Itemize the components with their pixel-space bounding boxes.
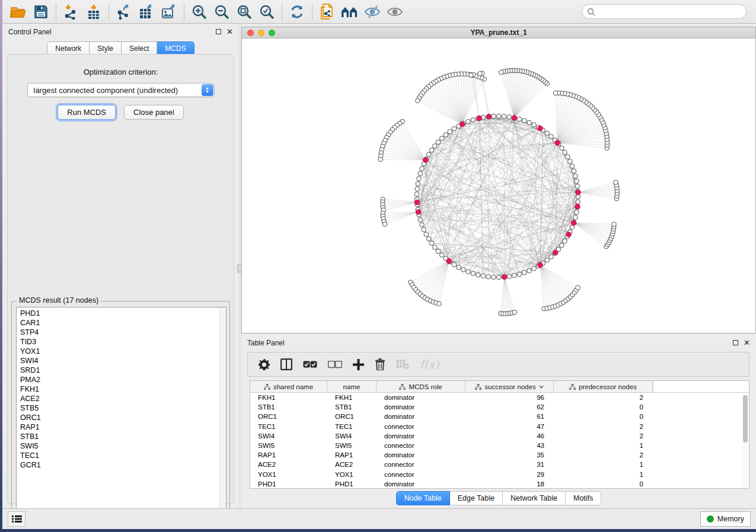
- float-panel-icon[interactable]: [216, 29, 221, 34]
- network-node[interactable]: [522, 270, 527, 275]
- network-graph-canvas[interactable]: [242, 39, 755, 333]
- column-header-successor-nodes[interactable]: successor nodes: [465, 381, 554, 392]
- network-node[interactable]: [573, 215, 578, 220]
- export-image-icon[interactable]: [158, 2, 180, 21]
- mcds-result-item[interactable]: YOX1: [20, 347, 226, 356]
- network-node[interactable]: [492, 275, 496, 280]
- network-node[interactable]: [560, 243, 564, 248]
- network-node[interactable]: [415, 187, 420, 191]
- float-panel-icon[interactable]: [733, 340, 738, 345]
- zoom-out-icon[interactable]: [210, 2, 233, 21]
- network-node[interactable]: [570, 164, 575, 169]
- network-node[interactable]: [502, 114, 506, 119]
- table-row[interactable]: ACE2ACE2connector311: [250, 460, 749, 469]
- add-column-icon[interactable]: [353, 359, 364, 370]
- mcds-result-item[interactable]: CAR1: [20, 318, 226, 328]
- import-network-icon[interactable]: [60, 2, 82, 21]
- network-node[interactable]: [545, 131, 550, 136]
- mcds-dominator-node[interactable]: [460, 122, 464, 127]
- network-node[interactable]: [444, 133, 448, 137]
- mcds-dominator-node[interactable]: [414, 200, 419, 204]
- table-scrollbar[interactable]: [742, 394, 748, 488]
- mcds-result-item[interactable]: TEC1: [20, 451, 226, 460]
- mcds-dominator-node[interactable]: [538, 262, 543, 267]
- first-neighbors-icon[interactable]: [339, 2, 361, 21]
- mcds-result-item[interactable]: PHD1: [20, 309, 226, 318]
- export-table-icon[interactable]: [135, 2, 158, 21]
- network-node[interactable]: [565, 155, 570, 159]
- network-node[interactable]: [492, 114, 496, 118]
- network-node[interactable]: [517, 117, 522, 121]
- column-header-MCDS-role[interactable]: MCDS role: [377, 381, 465, 392]
- network-node[interactable]: [382, 222, 387, 227]
- mcds-result-item[interactable]: PMA2: [20, 375, 226, 384]
- show-columns-icon[interactable]: [280, 358, 292, 370]
- table-row[interactable]: FKH1FKH1dominator962: [250, 393, 749, 402]
- refresh-icon[interactable]: [286, 2, 308, 21]
- deselect-all-icon[interactable]: [328, 361, 342, 368]
- column-header-shared-name[interactable]: shared name: [250, 381, 327, 392]
- table-row[interactable]: PHD1PHD1dominator180: [250, 479, 749, 489]
- mcds-result-item[interactable]: STB1: [20, 432, 226, 441]
- network-node[interactable]: [575, 179, 579, 184]
- network-node[interactable]: [416, 181, 420, 186]
- mcds-dominator-node[interactable]: [538, 126, 543, 130]
- close-panel-icon[interactable]: ✕: [227, 29, 233, 34]
- network-node[interactable]: [576, 286, 580, 290]
- network-node[interactable]: [481, 274, 486, 278]
- mcds-result-item[interactable]: SWI5: [20, 441, 226, 451]
- network-node[interactable]: [417, 177, 422, 181]
- mcds-result-item[interactable]: SWI4: [20, 356, 226, 366]
- network-node[interactable]: [527, 120, 532, 125]
- network-node[interactable]: [429, 148, 434, 153]
- network-node[interactable]: [457, 265, 461, 270]
- network-node[interactable]: [512, 273, 517, 278]
- tab-motifs[interactable]: Motifs: [566, 491, 601, 505]
- mcds-dominator-node[interactable]: [555, 140, 560, 145]
- network-node[interactable]: [573, 174, 578, 178]
- mcds-dominator-node[interactable]: [576, 190, 580, 195]
- new-network-from-selection-icon[interactable]: [316, 2, 339, 21]
- column-header-name[interactable]: name: [327, 381, 377, 392]
- network-node[interactable]: [426, 152, 431, 157]
- tab-network-table[interactable]: Network Table: [503, 491, 566, 505]
- mcds-dominator-node[interactable]: [416, 210, 420, 214]
- close-panel-button[interactable]: Close panel: [124, 105, 184, 120]
- network-node[interactable]: [496, 114, 501, 118]
- network-node[interactable]: [436, 249, 441, 254]
- result-list-scrollbar[interactable]: [219, 307, 226, 515]
- network-node[interactable]: [545, 258, 550, 262]
- mcds-dominator-node[interactable]: [477, 116, 481, 120]
- network-node[interactable]: [439, 136, 444, 141]
- network-node[interactable]: [466, 270, 471, 274]
- network-view-titlebar[interactable]: YPA_prune.txt_1: [242, 27, 755, 39]
- network-node[interactable]: [576, 200, 580, 204]
- mcds-result-item[interactable]: GCR1: [20, 460, 226, 470]
- select-all-icon[interactable]: [303, 361, 317, 368]
- network-node[interactable]: [563, 239, 567, 243]
- table-row[interactable]: SWI5SWI5connector431: [250, 441, 749, 450]
- network-node[interactable]: [499, 70, 503, 75]
- network-node[interactable]: [496, 275, 501, 280]
- network-node[interactable]: [612, 222, 617, 227]
- network-node[interactable]: [471, 118, 476, 123]
- export-network-icon[interactable]: [113, 2, 135, 21]
- zoom-in-icon[interactable]: [188, 2, 210, 21]
- table-row[interactable]: YOX1YOX1connector291: [250, 470, 749, 479]
- mcds-dominator-node[interactable]: [512, 116, 516, 120]
- search-input[interactable]: [582, 4, 747, 19]
- open-file-icon[interactable]: [7, 2, 30, 21]
- delete-column-trash-icon[interactable]: [375, 358, 385, 370]
- network-node[interactable]: [476, 273, 480, 277]
- mcds-dominator-node[interactable]: [553, 250, 558, 255]
- network-node[interactable]: [468, 73, 473, 78]
- save-session-icon[interactable]: [30, 2, 52, 21]
- mcds-dominator-node[interactable]: [487, 114, 492, 119]
- network-node[interactable]: [614, 180, 618, 185]
- network-node[interactable]: [575, 184, 580, 189]
- network-node[interactable]: [420, 223, 425, 227]
- mcds-result-item[interactable]: SRD1: [20, 366, 226, 375]
- table-settings-gear-icon[interactable]: [259, 359, 270, 370]
- hide-selected-icon[interactable]: [361, 2, 384, 21]
- network-node[interactable]: [560, 146, 564, 150]
